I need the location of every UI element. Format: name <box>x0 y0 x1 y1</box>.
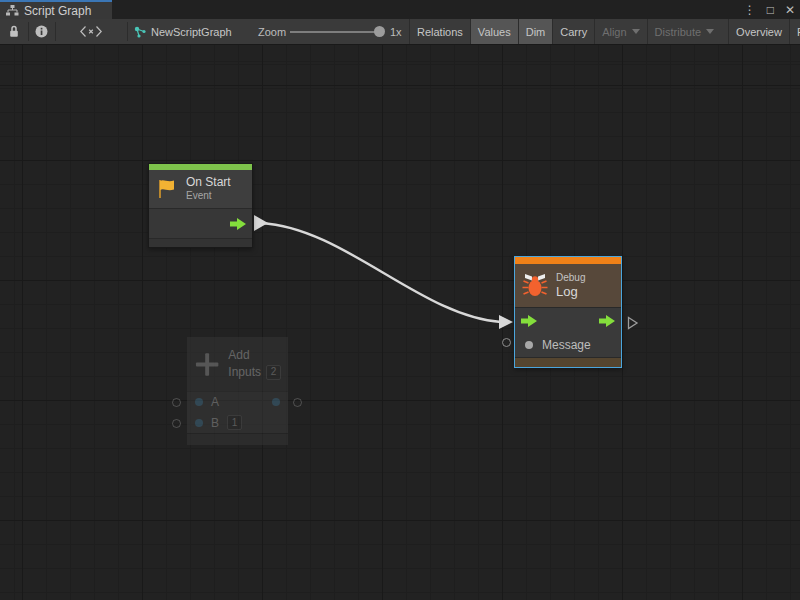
port-a-input[interactable] <box>195 398 203 406</box>
graph-name-label: NewScriptGraph <box>151 26 232 38</box>
node-footer <box>515 357 621 367</box>
carry-button[interactable]: Carry <box>552 19 594 44</box>
add-a-socket[interactable] <box>172 398 181 407</box>
port-b-input[interactable] <box>195 419 203 427</box>
lock-button[interactable] <box>2 19 26 44</box>
maximize-icon[interactable]: □ <box>767 4 774 16</box>
overview-button[interactable]: Overview <box>728 19 789 44</box>
connection-wire[interactable] <box>261 223 501 322</box>
node-accent-bar <box>515 257 621 264</box>
values-button[interactable]: Values <box>470 19 518 44</box>
script-graph-icon <box>134 26 146 38</box>
graph-canvas[interactable]: On Start Event Debug Log <box>0 45 800 600</box>
node-title-line1: Add <box>228 347 281 364</box>
log-input-arrow[interactable] <box>499 315 513 329</box>
node-debug-log[interactable]: Debug Log Message <box>514 256 622 368</box>
port-label: B <box>211 416 219 430</box>
add-b-socket[interactable] <box>172 419 181 428</box>
node-title: Log <box>556 284 585 300</box>
onstart-output-arrow[interactable] <box>254 215 268 231</box>
window-controls: ⋮ □ ✕ <box>744 0 795 19</box>
full-screen-button[interactable]: Full Screen <box>789 19 800 44</box>
info-button[interactable] <box>29 19 54 44</box>
code-view-button[interactable] <box>56 19 126 44</box>
port-b-value-field[interactable]: 1 <box>227 415 242 430</box>
chevron-down-icon <box>706 29 714 34</box>
chevron-down-icon <box>632 29 640 34</box>
toolbar-buttons: Relations Values Dim Carry Align Distrib… <box>409 19 800 44</box>
input-count-field[interactable]: 2 <box>266 365 281 380</box>
tab-label: Script Graph <box>24 4 91 18</box>
port-label: A <box>211 395 219 409</box>
node-title: On Start <box>186 175 231 190</box>
wire-layer <box>0 45 800 600</box>
zoom-slider-track[interactable] <box>290 31 380 33</box>
zoom-label: Zoom <box>258 19 286 44</box>
port-a-output[interactable] <box>272 398 280 406</box>
node-category: Debug <box>556 271 585 284</box>
title-bar: Script Graph ⋮ □ ✕ <box>0 0 800 19</box>
zoom-level: 1x <box>390 19 402 44</box>
bug-icon <box>522 274 548 298</box>
align-button[interactable]: Align <box>594 19 646 44</box>
code-icon <box>80 26 102 37</box>
trigger-output-port[interactable] <box>599 315 615 327</box>
trigger-output-port[interactable] <box>230 218 246 230</box>
graph-toolbar: NewScriptGraph Zoom 1x Relations Values … <box>0 19 800 45</box>
node-footer <box>187 433 288 445</box>
info-icon <box>35 25 48 38</box>
lock-icon <box>8 25 20 38</box>
dim-button[interactable]: Dim <box>518 19 553 44</box>
menu-icon[interactable]: ⋮ <box>744 4 756 16</box>
port-label: Message <box>542 338 591 352</box>
node-add-inputs[interactable]: Add Inputs 2 A B 1 <box>187 337 288 445</box>
graph-name-button[interactable]: NewScriptGraph <box>134 19 232 44</box>
toolbar-separator <box>127 22 128 41</box>
node-on-start[interactable]: On Start Event <box>148 163 253 248</box>
flag-icon <box>156 178 178 200</box>
node-title-line2: Inputs <box>228 364 261 381</box>
add-result-socket[interactable] <box>293 398 302 407</box>
node-footer <box>149 238 252 247</box>
trigger-input-port[interactable] <box>521 315 537 327</box>
close-icon[interactable]: ✕ <box>785 4 795 16</box>
log-exit-socket[interactable] <box>627 316 639 330</box>
distribute-button[interactable]: Distribute <box>647 19 721 44</box>
message-value-port[interactable] <box>525 341 533 349</box>
zoom-slider-handle[interactable] <box>374 26 385 37</box>
tab-script-graph[interactable]: Script Graph <box>0 0 112 19</box>
node-subtitle: Event <box>186 190 231 203</box>
hierarchy-icon <box>6 5 19 16</box>
plus-icon <box>194 351 220 378</box>
relations-button[interactable]: Relations <box>409 19 470 44</box>
message-port-socket[interactable] <box>502 338 511 347</box>
